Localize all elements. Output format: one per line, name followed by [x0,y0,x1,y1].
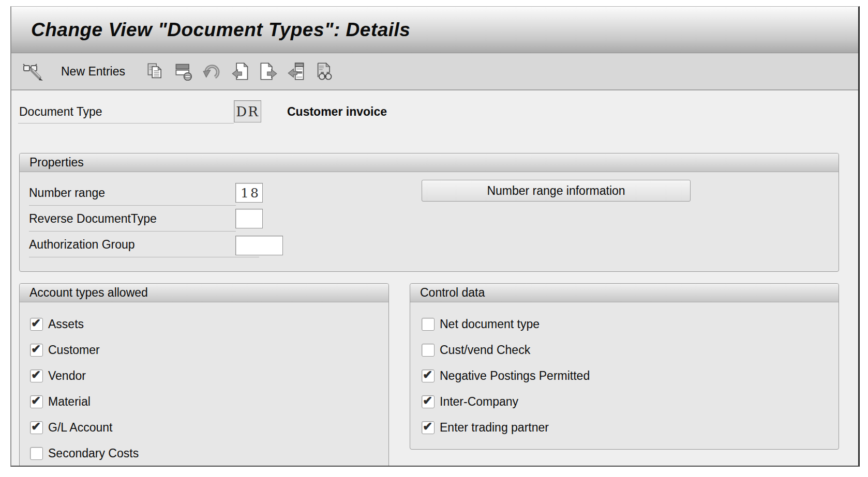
delete-icon [175,62,192,81]
previous-entry-icon [232,62,249,81]
properties-header: Properties [20,153,839,172]
next-entry-icon [260,62,277,81]
control-data-title: Control data [420,286,485,299]
document-type-description: Customer invoice [287,100,387,124]
checkbox[interactable]: ✔ [30,344,43,357]
undo-button[interactable] [201,60,223,82]
undo-icon [203,62,221,81]
checkbox[interactable]: ✔ [422,318,435,331]
number-range-information-button[interactable]: Number range information [422,180,691,202]
property-label: Reverse DocumentType [29,206,236,232]
window-titlebar: Change View "Document Types": Details [11,7,858,53]
property-row: Number range [29,180,288,206]
checkbox-row: ✔ Customer [30,337,383,363]
properties-title: Properties [29,156,84,169]
checkbox-label: Customer [48,343,100,357]
checkbox-label: Cust/vend Check [440,343,530,357]
sap-window: Change View "Document Types": Details Ne… [10,6,860,467]
checkbox-row: ✔ Negative Postings Permitted [422,363,833,389]
property-row: Authorization Group [29,232,288,258]
checkbox[interactable]: ✔ [422,421,435,434]
checkmark-icon: ✔ [423,394,432,408]
find-button[interactable] [313,60,335,82]
checkbox-label: Secondary Costs [48,447,139,460]
checkbox-label: Negative Postings Permitted [440,369,590,383]
properties-groupbox: Properties Number range Reverse Document… [19,153,839,272]
checkmark-icon: ✔ [423,420,432,434]
checkbox-row: ✔ Cust/vend Check [422,337,833,363]
new-entries-label: New Entries [61,65,125,79]
property-label: Authorization Group [29,232,259,257]
checkbox[interactable]: ✔ [30,447,43,460]
property-label: Number range [29,180,236,206]
checkbox[interactable]: ✔ [422,344,435,357]
account-types-header: Account types allowed [20,284,388,302]
checkbox-row: ✔ Inter-Company [422,389,833,414]
checkmark-icon: ✔ [31,316,41,330]
checkbox[interactable]: ✔ [422,370,435,382]
account-types-groupbox: Account types allowed ✔ Assets ✔ Custome… [19,283,389,466]
checkbox-row: ✔ Secondary Costs [30,440,383,466]
checkbox[interactable]: ✔ [30,395,43,408]
previous-entry-button[interactable] [230,60,251,82]
control-data-header: Control data [410,284,839,302]
property-row: Reverse DocumentType [29,206,288,232]
properties-fields: Number range Reverse DocumentType Author… [29,180,288,258]
checkbox-row: ✔ G/L Account [30,414,383,440]
checkbox[interactable]: ✔ [30,421,43,434]
checkbox[interactable]: ✔ [422,395,435,408]
position-button[interactable] [286,60,307,82]
content-area: Document Type DR Customer invoice Proper… [11,90,858,466]
checkbox-label: Assets [48,317,84,331]
checkbox-label: Material [48,395,91,409]
delete-button[interactable] [173,60,194,82]
display-change-button[interactable] [20,60,47,82]
checkbox-row: ✔ Material [30,389,383,414]
checkbox-row: ✔ Enter trading partner [422,414,833,440]
copy-icon [147,62,164,81]
checkbox[interactable]: ✔ [30,370,43,382]
checkbox-row: ✔ Net document type [422,311,833,337]
document-type-label: Document Type [18,100,234,124]
account-types-title: Account types allowed [29,286,148,299]
checkmark-icon: ✔ [31,368,41,382]
checkmark-icon: ✔ [31,420,41,434]
find-icon [316,62,333,81]
checkbox-label: Vendor [48,369,86,383]
checkmark-icon: ✔ [31,342,41,356]
checkbox-row: ✔ Assets [30,311,383,337]
checkmark-icon: ✔ [423,368,432,382]
checkbox-label: Net document type [440,317,540,331]
position-icon [288,62,305,81]
copy-button[interactable] [145,60,167,82]
checkbox-label: Enter trading partner [440,421,549,435]
checkmark-icon: ✔ [31,394,41,408]
checkbox[interactable]: ✔ [30,318,43,331]
document-type-field[interactable]: DR [234,100,261,122]
control-data-groupbox: Control data ✔ Net document type ✔ Cust/… [410,283,839,450]
property-input[interactable] [235,183,263,203]
new-entries-button[interactable]: New Entries [53,63,139,80]
control-data-list: ✔ Net document type ✔ Cust/vend Check ✔ … [422,311,833,440]
property-input[interactable] [235,236,283,255]
display-change-icon [22,62,44,81]
application-toolbar: New Entries [11,53,858,90]
checkbox-label: G/L Account [48,421,112,435]
checkbox-label: Inter-Company [440,395,518,409]
account-types-list: ✔ Assets ✔ Customer ✔ Vendor ✔ [30,311,383,466]
property-input[interactable] [235,209,263,228]
checkbox-row: ✔ Vendor [30,363,383,389]
page-title: Change View "Document Types": Details [11,19,410,41]
next-entry-button[interactable] [258,60,279,82]
